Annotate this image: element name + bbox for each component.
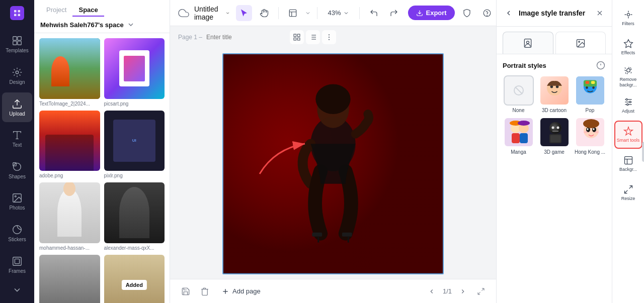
grid-view-button[interactable] (290, 30, 304, 44)
redo-button[interactable] (386, 5, 402, 21)
tool-item-smart-tools[interactable]: Smart tools (614, 121, 642, 149)
zoom-control[interactable]: 43% (324, 7, 353, 19)
tool-item-adjust[interactable]: Adjust (614, 91, 642, 120)
space-selector[interactable]: Mehwish Saleh767's space (40, 21, 164, 29)
panel-title-area: Image style transfer (503, 7, 585, 19)
add-page-button[interactable]: Add page (216, 284, 266, 298)
style-item-3d-game[interactable]: 3D game (538, 117, 570, 155)
list-item[interactable]: TextToImage_2|2024... (39, 38, 100, 107)
more-options-button[interactable] (322, 30, 336, 44)
sidebar-item-text[interactable]: Text (2, 124, 32, 154)
close-panel-button[interactable] (594, 7, 606, 19)
thumbnail-image (39, 255, 100, 304)
export-label: Export (426, 9, 447, 17)
sidebar-item-label-shapes: Shapes (9, 174, 26, 179)
page-title-input[interactable] (206, 34, 282, 41)
svg-rect-37 (317, 236, 319, 242)
style-item-none[interactable]: None (503, 75, 534, 113)
style-item-manga[interactable]: Manga (503, 117, 534, 155)
logo-icon[interactable] (10, 6, 24, 20)
panel-nav-tabs: Project Space (40, 4, 164, 17)
tool-item-resize[interactable]: Resize (614, 179, 642, 207)
tab-portrait[interactable] (503, 32, 553, 54)
svg-point-96 (629, 101, 630, 103)
list-item[interactable]: alexander-mass-qxX... (104, 182, 165, 251)
svg-rect-13 (290, 10, 297, 17)
svg-line-42 (481, 288, 484, 291)
doc-title[interactable]: Untitled image (194, 5, 230, 21)
sidebar-item-stickers[interactable]: Stickers (2, 219, 32, 248)
thumbnail-image (104, 182, 165, 243)
sidebar-more-button[interactable] (8, 281, 26, 299)
zoom-value: 43% (328, 9, 341, 17)
sidebar-item-label-photos: Photos (9, 205, 25, 211)
svg-point-28 (329, 37, 329, 37)
shield-icon-btn[interactable] (459, 5, 475, 21)
style-panel-header: Image style transfer (497, 0, 612, 27)
sidebar-item-templates[interactable]: Templates (2, 30, 32, 59)
export-button[interactable]: Export (408, 6, 455, 20)
sidebar-item-label-text: Text (13, 142, 22, 148)
tool-item-remove-bg[interactable]: Remove backgr... (614, 62, 642, 90)
fullscreen-button[interactable] (474, 284, 488, 298)
thumbnail-label: pixlr.png (104, 173, 165, 178)
tool-item-filters[interactable]: Filters (614, 4, 642, 32)
delete-button[interactable] (197, 284, 212, 299)
svg-line-43 (478, 292, 480, 294)
tab-scene[interactable] (555, 32, 606, 54)
style-label-manga: Manga (511, 149, 526, 155)
svg-point-34 (315, 84, 350, 114)
sidebar-item-shapes[interactable]: Shapes (2, 156, 32, 185)
svg-point-95 (626, 98, 627, 100)
list-view-button[interactable] (306, 30, 320, 44)
tab-space[interactable]: Space (72, 4, 104, 17)
undo-button[interactable] (366, 5, 382, 21)
sidebar-item-design[interactable]: Design (2, 61, 32, 91)
prev-page-button[interactable] (425, 284, 439, 298)
hand-tool-button[interactable] (256, 5, 272, 21)
tool-item-background[interactable]: Backgr... (614, 150, 642, 178)
divider (317, 7, 317, 19)
tool-label-resize: Resize (621, 196, 635, 201)
svg-point-87 (595, 131, 599, 133)
section-info-icon[interactable] (596, 60, 606, 70)
tool-item-effects[interactable]: Effects (614, 33, 642, 61)
canvas-image[interactable] (222, 53, 444, 274)
canvas-content-svg (223, 54, 443, 273)
svg-point-63 (586, 86, 588, 89)
list-item[interactable]: mohammed-hassan-... (39, 182, 100, 251)
next-page-button[interactable] (456, 284, 470, 298)
cursor-tool-button[interactable] (236, 5, 252, 21)
tool-label-effects: Effects (621, 50, 635, 56)
style-item-pop[interactable]: Pop (574, 75, 606, 113)
svg-point-85 (593, 128, 594, 130)
back-button[interactable] (503, 7, 515, 19)
tab-project[interactable]: Project (40, 4, 72, 17)
sidebar-item-frames[interactable]: Frames (2, 250, 32, 279)
bottom-right: 1/1 (425, 284, 488, 298)
list-item[interactable]: adobe.png (39, 111, 100, 179)
sidebar-item-upload[interactable]: Upload (2, 92, 32, 122)
canvas-bottom-bar: Add page 1/1 (170, 279, 496, 303)
style-item-3d-cartoon[interactable]: 3D cartoon (538, 75, 570, 113)
list-item[interactable]: UI pixlr.png (104, 111, 165, 179)
style-thumbnail-3d-game (539, 117, 570, 147)
save-to-device-button[interactable] (178, 284, 193, 299)
list-item[interactable]: Added yemi-wallington-lys8... (104, 255, 165, 304)
frame-tool-dropdown-icon[interactable] (305, 10, 311, 16)
list-item[interactable]: picsart.png (104, 38, 165, 107)
added-badge: Added (122, 280, 147, 290)
frame-tool-button[interactable] (285, 5, 301, 21)
cloud-save-icon[interactable] (178, 6, 189, 20)
list-item[interactable]: sheldon-eDKheEVU4... (39, 255, 100, 304)
help-icon-btn[interactable] (479, 5, 495, 21)
left-sidebar: Templates Design Upload Text Shapes (0, 0, 34, 303)
sidebar-item-photos[interactable]: Photos (2, 187, 32, 217)
svg-point-29 (329, 39, 329, 40)
top-bar-left: Untitled image (178, 5, 230, 21)
style-item-hong-kong[interactable]: Hong Kong ... (574, 117, 606, 155)
canvas-viewport (170, 48, 496, 279)
thumbnail-image: UI (104, 111, 165, 171)
section-header: Portrait styles (503, 60, 606, 70)
style-thumbnail-manga (504, 117, 534, 147)
